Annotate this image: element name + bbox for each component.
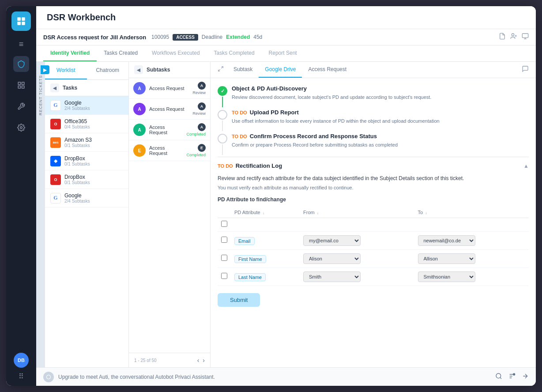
nav-tools-icon[interactable] <box>13 98 29 114</box>
rectification-body: Review and rectify each attribute for th… <box>218 174 529 307</box>
svg-rect-4 <box>18 82 20 84</box>
to-firstname-select[interactable]: Allison <box>418 253 475 264</box>
svg-line-18 <box>500 377 501 379</box>
tasks-label: Tasks <box>63 85 77 91</box>
task-icon-google2: G <box>50 193 61 204</box>
tab-workflows-executed[interactable]: Workflows Executed <box>145 45 207 61</box>
col-pd-attribute: PD Attribute <box>234 210 260 215</box>
user-add-icon[interactable] <box>510 33 517 41</box>
nav-settings-icon[interactable] <box>13 120 29 136</box>
detail-tab-subtask[interactable]: Subtask <box>227 62 259 78</box>
subtask-item-1[interactable]: A Access Request A Review <box>129 78 210 99</box>
nav-shield-icon[interactable] <box>13 56 29 72</box>
expand-detail-btn[interactable] <box>218 66 224 74</box>
pagination-next[interactable]: › <box>203 357 205 364</box>
sidebar: ≡ DB ⠿ <box>6 6 36 386</box>
task-name: Office365 <box>64 118 90 124</box>
task-item-dropbox-1[interactable]: ◆ DropBox 0/1 Subtasks <box>45 152 128 170</box>
task-name: DropBox <box>64 155 90 162</box>
task-item-google-2[interactable]: G Google 2/4 Subtasks <box>45 189 128 207</box>
task-item-office365[interactable]: O Office365 0/4 Subtasks <box>45 115 128 133</box>
sidebar-logo <box>11 11 31 31</box>
sort-pd-icon: ↓ <box>263 211 265 215</box>
subtask-item-3[interactable]: A Access Request A Completed <box>129 120 210 140</box>
subtasks-back-btn[interactable]: ◀ <box>134 65 143 74</box>
subtask-avatar-4: E <box>133 144 146 157</box>
task-subtasks: 2/4 Subtasks <box>64 199 90 204</box>
step-3-desc: Confirm or prepare Process Record before… <box>232 141 529 149</box>
svg-rect-7 <box>22 86 24 88</box>
step-1-indicator: ✓ <box>218 86 227 96</box>
select-all-checkbox[interactable] <box>221 221 227 227</box>
attr-lastname-badge: Last Name <box>234 273 266 281</box>
task-item-dropbox-2[interactable]: O DropBox 0/1 Subtasks <box>45 170 128 189</box>
col-from: From <box>303 210 315 215</box>
task-icon-office: O <box>50 119 61 129</box>
rectification-title: Rectification Log <box>236 162 282 169</box>
filter-bottom-icon[interactable] <box>508 373 516 381</box>
table-row: Email my@email.co <box>218 232 529 250</box>
sort-from-icon: ↓ <box>317 211 319 215</box>
task-subtasks: 2/4 Subtasks <box>64 106 90 111</box>
tab-tasks-completed[interactable]: Tasks Completed <box>207 45 262 61</box>
svg-rect-2 <box>17 22 21 25</box>
rectification-desc: Review and rectify each attribute for th… <box>218 174 529 182</box>
detail-tab-access-request[interactable]: Access Request <box>302 62 353 78</box>
deadline-label: Deadline <box>202 34 222 40</box>
subtask-status-1: Review <box>192 90 206 95</box>
svg-point-9 <box>512 34 514 36</box>
from-email-select[interactable]: my@email.co <box>303 235 361 246</box>
tab-report-sent[interactable]: Report Sent <box>262 45 304 61</box>
nav-dashboard-icon[interactable] <box>13 77 29 93</box>
document-icon[interactable] <box>499 33 506 41</box>
subtask-item-4[interactable]: E Access Request E Completed <box>129 140 210 161</box>
task-name: Amazon S3 <box>64 137 92 143</box>
arrow-bottom-icon[interactable] <box>522 373 529 381</box>
task-icon-google: G <box>50 100 61 111</box>
from-lastname-select[interactable]: Smith <box>303 271 361 282</box>
row-2-checkbox[interactable] <box>221 255 227 261</box>
menu-icon[interactable]: ≡ <box>19 40 24 49</box>
sort-to-icon: ↓ <box>425 211 427 215</box>
monitor-icon[interactable] <box>522 33 529 41</box>
svg-rect-0 <box>17 17 21 21</box>
row-1-checkbox[interactable] <box>221 237 227 243</box>
submit-button[interactable]: Submit <box>218 293 260 307</box>
rectification-header[interactable]: TO DO Rectification Log ▲ <box>218 157 529 174</box>
expand-recent-btn[interactable]: ▶ <box>41 65 49 74</box>
recent-tickets-sidebar[interactable]: ▶ RECENT TICKETS <box>36 62 45 367</box>
detail-comment-icon[interactable] <box>522 65 529 74</box>
subtask-status-4: Completed <box>186 153 206 157</box>
task-subtasks: 0/1 Subtasks <box>64 143 92 148</box>
tab-chatroom[interactable]: Chatroom <box>87 62 129 79</box>
svg-rect-6 <box>18 86 20 88</box>
subtask-item-2[interactable]: A Access Request A Review <box>129 99 210 120</box>
to-email-select[interactable]: newemail@co.de <box>418 235 475 246</box>
user-avatar[interactable]: DB <box>14 353 29 368</box>
tab-identity-verified[interactable]: Identity Verified <box>43 45 97 61</box>
col-to: To <box>418 210 423 215</box>
subtask-name: Access Request <box>149 106 189 112</box>
tab-worklist[interactable]: Worklist <box>45 62 87 79</box>
svg-rect-1 <box>22 17 25 21</box>
row-3-checkbox[interactable] <box>221 273 227 279</box>
to-lastname-select[interactable]: Smithsonian <box>418 271 475 282</box>
deadline-status: Extended <box>226 34 250 40</box>
svg-rect-12 <box>522 34 528 38</box>
task-item-google-1[interactable]: G Google 2/4 Subtasks <box>45 96 128 115</box>
task-item-amazons3[interactable]: aws Amazon S3 0/1 Subtasks <box>45 133 128 152</box>
tasks-back-btn[interactable]: ◀ <box>50 83 59 92</box>
detail-tab-google-drive[interactable]: Google Drive <box>259 62 302 78</box>
search-bottom-icon[interactable] <box>495 373 502 381</box>
subtask-status-3: Completed <box>186 132 206 136</box>
svg-rect-3 <box>22 22 25 25</box>
tab-tasks-created[interactable]: Tasks Created <box>97 45 145 61</box>
from-firstname-select[interactable]: Alison <box>303 253 361 264</box>
table-row: First Name Alison <box>218 250 529 268</box>
svg-rect-5 <box>22 82 24 84</box>
svg-line-15 <box>221 67 223 68</box>
rectification-todo: TO DO <box>218 163 233 169</box>
ticket-title: DSR Access request for Jill Anderson <box>43 34 146 41</box>
apps-grid-icon[interactable]: ⠿ <box>19 372 24 381</box>
pagination-prev[interactable]: ‹ <box>197 357 199 364</box>
